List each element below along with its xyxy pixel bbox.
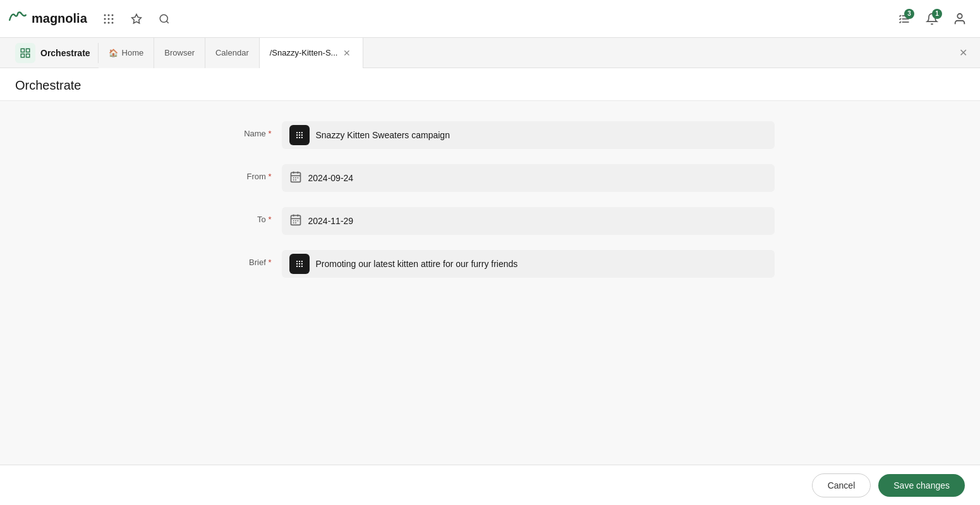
svg-point-51: [298, 263, 299, 264]
search-button[interactable]: [153, 8, 176, 30]
app-title-section: Orchestrate: [8, 43, 99, 63]
svg-point-5: [111, 18, 113, 20]
svg-point-2: [111, 14, 113, 16]
tasks-button[interactable]: 3: [892, 6, 917, 32]
svg-rect-37: [295, 179, 296, 181]
svg-point-54: [298, 266, 299, 267]
tab-snazzy-label: /Snazzy-Kitten-S...: [270, 48, 338, 57]
close-window-button[interactable]: ✕: [954, 42, 972, 64]
svg-rect-43: [295, 220, 296, 221]
form-footer: Cancel Save changes: [0, 465, 980, 505]
field-to[interactable]: 2024-11-29: [282, 207, 775, 235]
svg-point-15: [957, 13, 962, 18]
form-row-brief: Brief * Promoting our latest kitten atti…: [206, 250, 775, 278]
svg-point-55: [301, 266, 302, 267]
svg-rect-33: [293, 177, 294, 178]
page-title-bar: Orchestrate: [0, 68, 980, 101]
svg-point-47: [296, 261, 297, 262]
tab-snazzy[interactable]: /Snazzy-Kitten-S... ✕: [260, 38, 364, 68]
svg-rect-42: [293, 220, 294, 221]
svg-point-21: [298, 132, 299, 133]
to-value: 2024-11-29: [308, 216, 767, 226]
tabs-bar: 🏠 Home Browser Calendar /Snazzy-Kitten-S…: [99, 38, 954, 68]
tab-close-snazzy[interactable]: ✕: [341, 47, 353, 59]
field-brief[interactable]: Promoting our latest kitten attire for o…: [282, 250, 775, 278]
svg-point-26: [296, 137, 297, 138]
nav-right-actions: 3 1: [892, 6, 972, 32]
svg-point-49: [301, 261, 302, 262]
form-row-from: From * 2024-09-24: [206, 164, 775, 192]
svg-rect-46: [295, 222, 296, 223]
svg-point-6: [104, 21, 106, 23]
orchestrate-logo: [15, 43, 35, 63]
brief-field-icon: [289, 254, 310, 274]
svg-point-10: [160, 15, 167, 22]
cancel-button[interactable]: Cancel: [812, 473, 871, 497]
required-star-to: *: [268, 215, 271, 224]
form-content: Name * Snazzy Kitten Sweaters campaign F…: [0, 101, 980, 465]
svg-point-3: [104, 18, 106, 20]
svg-point-25: [301, 134, 302, 136]
form-row-to: To * 2024-11-29: [206, 207, 775, 235]
label-name: Name *: [206, 121, 282, 138]
app-name: Orchestrate: [40, 48, 90, 58]
from-value: 2024-09-24: [308, 173, 767, 183]
svg-rect-35: [297, 177, 298, 178]
svg-rect-18: [27, 54, 30, 57]
svg-point-20: [296, 132, 297, 133]
svg-point-4: [107, 18, 109, 20]
save-changes-button[interactable]: Save changes: [878, 474, 965, 497]
tab-calendar-label: Calendar: [215, 48, 249, 57]
svg-point-28: [301, 137, 302, 138]
tab-browser-label: Browser: [164, 48, 195, 57]
svg-point-0: [104, 14, 106, 16]
app-window: Orchestrate 🏠 Home Browser Calendar /Sna…: [0, 38, 980, 505]
label-from: From *: [206, 164, 282, 181]
tab-home[interactable]: 🏠 Home: [99, 38, 155, 68]
top-navigation: magnolia 3 1: [0, 0, 980, 38]
svg-point-53: [296, 266, 297, 267]
svg-point-52: [301, 263, 302, 264]
svg-point-24: [298, 134, 299, 136]
svg-line-11: [166, 21, 168, 23]
svg-point-8: [111, 21, 113, 23]
svg-rect-36: [293, 179, 294, 181]
field-from[interactable]: 2024-09-24: [282, 164, 775, 192]
tab-calendar[interactable]: Calendar: [205, 38, 260, 68]
star-button[interactable]: [125, 8, 148, 30]
tab-browser[interactable]: Browser: [154, 38, 205, 68]
tab-home-label: Home: [122, 48, 144, 57]
svg-point-50: [296, 263, 297, 264]
svg-point-23: [296, 134, 297, 136]
grid-button[interactable]: [97, 8, 120, 30]
svg-rect-17: [27, 49, 30, 52]
to-calendar-icon: [289, 213, 302, 229]
label-to: To *: [206, 207, 282, 224]
user-avatar-button[interactable]: [947, 6, 972, 32]
from-calendar-icon: [289, 170, 302, 186]
required-star-from: *: [268, 172, 271, 181]
svg-rect-34: [295, 177, 296, 178]
svg-rect-19: [21, 54, 24, 57]
svg-point-27: [298, 137, 299, 138]
brief-value: Promoting our latest kitten attire for o…: [316, 259, 767, 269]
svg-rect-45: [293, 222, 294, 223]
magnolia-logo-icon: [8, 9, 28, 28]
tasks-badge: 3: [904, 9, 914, 19]
logo: magnolia: [8, 9, 87, 28]
logo-text: magnolia: [32, 11, 87, 26]
page-title: Orchestrate: [15, 78, 965, 93]
svg-point-22: [301, 132, 302, 133]
label-brief: Brief *: [206, 250, 282, 267]
svg-rect-44: [297, 220, 298, 221]
required-star-name: *: [268, 129, 271, 138]
svg-marker-9: [131, 14, 141, 23]
notifications-badge: 1: [932, 9, 942, 19]
field-name[interactable]: Snazzy Kitten Sweaters campaign: [282, 121, 775, 149]
svg-point-7: [107, 21, 109, 23]
required-star-brief: *: [268, 258, 271, 267]
svg-point-1: [107, 14, 109, 16]
notifications-button[interactable]: 1: [919, 6, 945, 32]
name-value: Snazzy Kitten Sweaters campaign: [316, 130, 767, 140]
app-header: Orchestrate 🏠 Home Browser Calendar /Sna…: [0, 38, 980, 68]
